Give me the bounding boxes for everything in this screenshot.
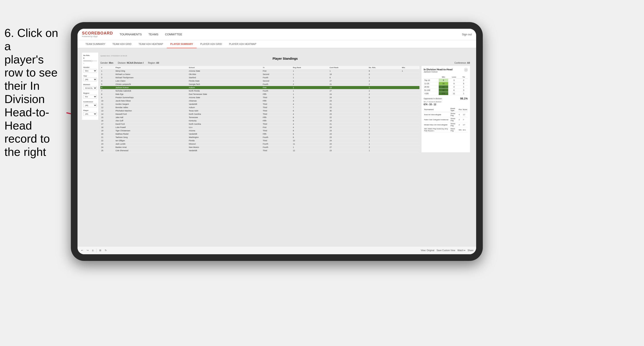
logo-sub: Powered by clippi — [82, 35, 113, 38]
table-row[interactable]: 8 Mats Ege East Tennessee State Fifth 1 … — [100, 93, 420, 96]
copy-button[interactable]: ⎘ — [91, 249, 94, 252]
tab-team-summary[interactable]: TEAM SUMMARY — [82, 40, 109, 48]
cell-win — [401, 93, 420, 96]
conference-select[interactable]: (All) — [83, 103, 97, 107]
table-row[interactable]: 15 Jake Hall Tennessee Fifth 6 22 1 — [100, 116, 420, 119]
cell-player: Gordon Sargent — [114, 103, 188, 106]
cell-win — [401, 106, 420, 109]
tournament-name: Mirabel Maui Jim Intercollegiate — [424, 122, 450, 127]
cell-reg: 6 — [292, 136, 329, 139]
conference-label: Conference — [83, 101, 97, 103]
cell-rds: 1 — [368, 123, 401, 126]
view-original-button[interactable]: View: Original — [421, 249, 434, 252]
table-row[interactable]: 18 Luke Powell ULA First 4 24 1 — [100, 126, 420, 129]
bottom-toolbar: ↩ ↪ ⎘ ⊞ ↻ View: Original Save Custom Vie… — [78, 246, 476, 254]
tablet-screen: SCOREBOARD Powered by clippi TOURNAMENTS… — [78, 29, 476, 254]
division-select[interactable]: NCAA Division I — [83, 86, 97, 90]
tab-team-h2h-grid[interactable]: TEAM H2H GRID — [109, 40, 135, 48]
tournament-score: -17 — [462, 122, 468, 127]
sign-out-button[interactable]: Sign out — [462, 33, 472, 36]
save-custom-button[interactable]: Save Custom View — [436, 249, 455, 252]
close-h2h-button[interactable]: ✕ — [464, 68, 468, 72]
table-row[interactable]: 21 Taehoon Song Washington Fourth 6 23 1 — [100, 136, 420, 139]
table-row[interactable]: 12 Brendan Valles Auburn Third 7 23 1 — [100, 106, 420, 109]
table-row[interactable]: 14 Maxwell Ford North Carolina Third 4 2… — [100, 113, 420, 116]
tab-player-summary[interactable]: PLAYER SUMMARY — [167, 40, 197, 48]
cell-num: 13 — [100, 109, 114, 113]
col-school: School — [188, 66, 262, 69]
cell-win — [401, 129, 420, 132]
cell-reg: 4 — [292, 126, 329, 129]
cell-conf: 21 — [329, 103, 368, 106]
region-select[interactable]: N/a — [83, 95, 97, 99]
table-row[interactable]: 3 Michael Thorbjornsen Stanford Fourth 1… — [100, 76, 420, 79]
watch-button[interactable]: Watch ▾ — [458, 249, 466, 252]
cell-num: 18 — [100, 126, 114, 129]
h2h-header: In Division Head-to-Head Jackson Koivun … — [424, 68, 468, 75]
cell-player: Brendan Valles — [114, 106, 188, 109]
nav-tournaments[interactable]: TOURNAMENTS — [120, 32, 142, 37]
cell-win — [401, 119, 420, 123]
toolbar-icon2[interactable]: ↻ — [104, 248, 108, 252]
cell-yr: Fourth — [262, 89, 292, 93]
table-row[interactable]: 22 Ian Gilligan Florida Third 10 24 1 — [100, 139, 420, 142]
conference-filter: Conference (All) — [83, 101, 97, 107]
table-row[interactable]: 10 Jacob New-Oliese Arkansas Fifth 3 23 … — [100, 99, 420, 103]
nav-items: TOURNAMENTS TEAMS COMMITTEE — [120, 32, 462, 37]
share-button[interactable]: Share — [468, 249, 474, 252]
tournament-score: -7 — [462, 117, 468, 122]
table-row[interactable]: 19 Tiger Christensen Arizona Third 8 23 … — [100, 129, 420, 132]
tournament-pos: 4 — [458, 112, 462, 117]
cell-school: Ole Miss — [188, 73, 262, 76]
table-row[interactable]: 16 Alex Goff Kentucky Fifth 8 19 0 — [100, 119, 420, 123]
col-num: # — [100, 66, 114, 69]
year-select[interactable]: (All) — [83, 78, 97, 81]
cell-yr: Third — [262, 109, 292, 113]
tournament-row: Mirabel Maui Jim Intercollegiate Stroke … — [424, 122, 468, 127]
table-row[interactable]: 23 Jack Lundin Missouri Fourth 11 24 1 — [100, 142, 420, 146]
table-row[interactable]: 11 Gordon Sargent Vanderbilt Third 4 21 … — [100, 103, 420, 106]
col-conf-rank: Conf Rank — [329, 66, 368, 69]
table-row[interactable]: 6 Jackson Koivun Auburn First 1 13 1 — [100, 86, 420, 89]
table-row[interactable]: 20 Matthew Riedel Vanderbilt Fifth 6 23 … — [100, 132, 420, 136]
region-filter: Region N/a — [83, 92, 97, 99]
h2h-row: 11-25 20 9 5 — [424, 82, 468, 85]
tournament-name: Amer Ari Intercollegiate — [424, 112, 450, 117]
cell-num: 7 — [100, 89, 114, 93]
table-row[interactable]: 24 Bastien Amat New Mexico Fourth 1 27 2 — [100, 146, 420, 149]
tab-team-h2h-heatmap[interactable]: TEAM H2H HEATMAP — [135, 40, 167, 48]
player-select[interactable]: (All) — [83, 112, 97, 116]
cell-win — [401, 116, 420, 119]
undo-button[interactable]: ↩ — [80, 248, 84, 252]
cell-player: Jack Lundin — [114, 142, 188, 146]
tournament-row: Amer Ari Intercollegiate Stroke Play 4 -… — [424, 112, 468, 117]
table-row[interactable]: 25 Cole Sherwood Vanderbilt Third 12 23 … — [100, 149, 420, 152]
table-row[interactable]: 13 Phichaksn Maichon Texas A&M Third 6 3… — [100, 109, 420, 113]
gender-select[interactable]: Men — [83, 69, 97, 73]
cell-rds: 8 — [368, 69, 401, 73]
tournament-type: Match Play — [450, 127, 458, 132]
table-row[interactable]: 9 Preston Summerhays Arizona State Third… — [100, 96, 420, 99]
toolbar-icon1[interactable]: ⊞ — [98, 248, 102, 252]
table-row[interactable]: 5 Christo Lamprecht Georgia Tech Fourth … — [100, 83, 420, 86]
cell-reg: 3 — [292, 99, 329, 103]
nav-committee[interactable]: COMMITTEE — [165, 32, 182, 37]
no-rds-slider[interactable] — [83, 61, 97, 61]
table-row[interactable]: 7 Nicholas Gabrelcik North Florida Fourt… — [100, 89, 420, 93]
col-reg-rank: Reg Rank — [292, 66, 329, 69]
tab-player-h2h-grid[interactable]: PLAYER H2H GRID — [197, 40, 226, 48]
table-row[interactable]: 17 David Ford North Carolina Third 4 21 … — [100, 123, 420, 126]
tab-player-h2h-heatmap[interactable]: PLAYER H2H HEATMAP — [226, 40, 260, 48]
cell-num: 25 — [100, 149, 114, 152]
h2h-rank: 11-25 — [424, 82, 439, 85]
table-row[interactable]: 2 Michael La Sasso Ole Miss Second 1 18 … — [100, 73, 420, 76]
table-row[interactable]: 4 Luke Claton Florida State Second 1 27 … — [100, 79, 420, 83]
cell-yr: Third — [262, 139, 292, 142]
cell-school: Arkansas — [188, 99, 262, 103]
table-row[interactable]: 1 Wenyi Ding Arizona State First 1 1 8 1 — [100, 69, 420, 73]
redo-button[interactable]: ↪ — [86, 248, 90, 252]
nav-teams[interactable]: TEAMS — [148, 32, 158, 37]
top-nav: SCOREBOARD Powered by clippi TOURNAMENTS… — [78, 29, 476, 40]
cell-school: Stanford — [188, 76, 262, 79]
cell-player: Michael Thorbjornsen — [114, 76, 188, 79]
